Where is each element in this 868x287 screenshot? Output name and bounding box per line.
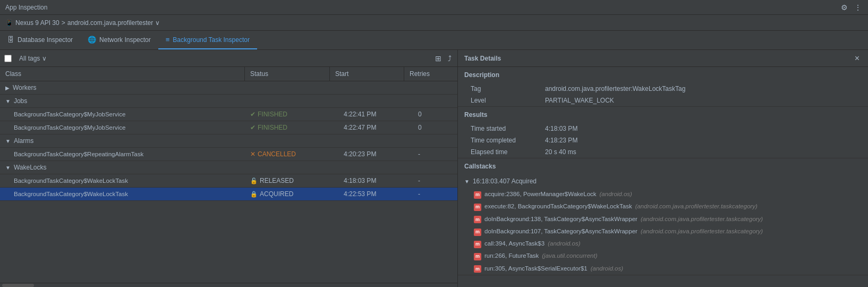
wake-row1-status: 🔓 RELEASED (245, 174, 330, 187)
panel-content: Description Tag android.com.java.profile… (458, 67, 868, 287)
results-section-title: Results (458, 107, 868, 123)
level-label: Level (471, 97, 534, 104)
callstack-group-header[interactable]: ▼ 16:18:03.407 Acquired (458, 174, 868, 188)
wake-row2-class: BackgroundTaskCategory$WakeLockTask (0, 188, 245, 200)
tag-label: Tag (471, 85, 534, 92)
wake-row1-class: BackgroundTaskCategory$WakeLockTask (0, 174, 245, 187)
table-row[interactable]: BackgroundTaskCategory$MyJobService ✔ FI… (0, 121, 457, 134)
callstack-group-title: 16:18:03.407 Acquired (473, 178, 537, 185)
tab-bar: 🗄 Database Inspector 🌐 Network Inspector… (0, 31, 868, 50)
tags-label: All tags (19, 55, 40, 62)
callstack-item: m doInBackground:138, TaskCategory$Async… (458, 213, 868, 225)
method-icon: m (474, 253, 481, 260)
time-completed-row: Time completed 4:18:23 PM (458, 134, 868, 146)
wake-row2-retries: - (404, 188, 457, 200)
method-icon: m (474, 229, 481, 236)
wake-row2-start: 4:22:53 PM (330, 188, 404, 200)
group-wakelocks-label: ▼ WakeLocks (0, 161, 245, 174)
callstack-expand-icon: ▼ (464, 179, 470, 184)
device-selector[interactable]: 📱 Nexus 9 API 30 > android.com.java.prof… (5, 19, 160, 27)
jobs-label: Jobs (14, 97, 27, 105)
database-icon: 🗄 (7, 36, 14, 44)
level-value: PARTIAL_WAKE_LOCK (545, 97, 614, 104)
jobs-arrow-icon: ▼ (5, 98, 11, 104)
chevron-down-icon: ∨ (155, 19, 160, 27)
tab-background[interactable]: ≡ Background Task Inspector (158, 31, 257, 49)
select-all-checkbox[interactable] (4, 55, 12, 62)
time-started-value: 4:18:03 PM (545, 125, 577, 132)
col-status: Status (245, 67, 330, 81)
tags-dropdown[interactable]: All tags ∨ (16, 54, 50, 63)
callstack-item: m execute:82, BackgroundTaskCategory$Wak… (458, 200, 868, 213)
method-icon: m (474, 216, 481, 223)
group-jobs[interactable]: ▼ Jobs (0, 95, 457, 108)
device-icon: 📱 (5, 19, 13, 27)
col-start: Start (330, 67, 404, 81)
wakelocks-arrow-icon: ▼ (5, 165, 11, 171)
wake-row2-status: 🔒 ACQUIRED (245, 188, 330, 200)
col-class: Class (0, 67, 245, 81)
device-separator: > (62, 19, 65, 27)
tags-chevron-icon: ∨ (42, 55, 47, 62)
job-row1-retries: 0 (404, 108, 457, 121)
time-started-label: Time started (471, 125, 534, 132)
panel-header: Task Details × (458, 50, 868, 67)
scrollbar-thumb (2, 284, 34, 287)
method-text: doInBackground:107, TaskCategory$AsyncTa… (484, 227, 637, 236)
method-text: call:394, AsyncTask$3 (484, 239, 544, 248)
grid-view-button[interactable]: ⊞ (433, 53, 443, 64)
method-icon: m (474, 191, 481, 199)
wake-row1-start: 4:18:03 PM (330, 174, 404, 187)
tag-value: android.com.java.profilertester:WakeLock… (545, 85, 685, 92)
level-row: Level PARTIAL_WAKE_LOCK (458, 95, 868, 106)
group-alarms[interactable]: ▼ Alarms (0, 134, 457, 148)
job-row1-status: ✔ FINISHED (245, 108, 330, 121)
status-released-badge: 🔓 RELEASED (250, 177, 294, 184)
toolbar: All tags ∨ ⊞ ⤴ (0, 50, 457, 67)
network-icon: 🌐 (88, 36, 96, 44)
method-text: acquire:2386, PowerManager$WakeLock (484, 190, 597, 199)
panel-title: Task Details (464, 55, 501, 62)
callstacks-title: Callstacks (458, 158, 868, 174)
close-panel-button[interactable]: × (853, 54, 862, 63)
settings-button[interactable]: ⚙ (840, 2, 849, 13)
callstack-item: m run:305, AsyncTask$SerialExecutor$1 (a… (458, 263, 868, 275)
wakelocks-label: WakeLocks (14, 164, 47, 171)
more-options-button[interactable]: ⋮ (853, 2, 863, 13)
group-workers-label: ▶ Workers (0, 81, 245, 94)
callstack-item: m doInBackground:107, TaskCategory$Async… (458, 225, 868, 238)
group-alarms-label: ▼ Alarms (0, 134, 245, 147)
lock-closed-icon: 🔒 (250, 191, 258, 198)
group-workers[interactable]: ▶ Workers (0, 81, 457, 95)
table-row[interactable]: BackgroundTaskCategory$RepeatingAlarmTas… (0, 148, 457, 161)
app-name: android.com.java.profilertester (67, 19, 153, 27)
table-row[interactable]: BackgroundTaskCategory$WakeLockTask 🔒 AC… (0, 188, 457, 201)
app-title: App Inspection (5, 4, 47, 11)
alarms-label: Alarms (14, 137, 33, 145)
group-jobs-label: ▼ Jobs (0, 95, 245, 107)
method-package: (java.util.concurrent) (542, 251, 597, 260)
elapsed-time-value: 20 s 40 ms (545, 148, 576, 156)
time-started-row: Time started 4:18:03 PM (458, 123, 868, 134)
table-header: Class Status Start Retries (0, 67, 457, 81)
table-row[interactable]: BackgroundTaskCategory$MyJobService ✔ FI… (0, 108, 457, 121)
workers-label: Workers (13, 84, 36, 91)
method-package: (android.os) (600, 190, 632, 199)
job-row1-class: BackgroundTaskCategory$MyJobService (0, 108, 245, 121)
description-section-title: Description (458, 67, 868, 83)
callstack-item: m call:394, AsyncTask$3 (android.os) (458, 238, 868, 250)
background-icon: ≡ (166, 36, 170, 44)
tab-database[interactable]: 🗄 Database Inspector (0, 31, 80, 49)
tab-network[interactable]: 🌐 Network Inspector (80, 31, 158, 49)
title-bar: App Inspection ⚙ ⋮ (0, 0, 868, 15)
horizontal-scrollbar[interactable] (0, 283, 457, 287)
export-button[interactable]: ⤴ (446, 53, 453, 64)
workers-arrow-icon: ▶ (5, 85, 10, 91)
callstacks-section: Callstacks ▼ 16:18:03.407 Acquired m acq… (458, 158, 868, 275)
method-text: doInBackground:138, TaskCategory$AsyncTa… (484, 215, 637, 224)
table-row[interactable]: BackgroundTaskCategory$WakeLockTask 🔓 RE… (0, 174, 457, 188)
tag-row: Tag android.com.java.profilertester:Wake… (458, 83, 868, 95)
tab-network-label: Network Inspector (99, 36, 151, 44)
method-icon: m (474, 265, 481, 273)
group-wakelocks[interactable]: ▼ WakeLocks (0, 161, 457, 174)
